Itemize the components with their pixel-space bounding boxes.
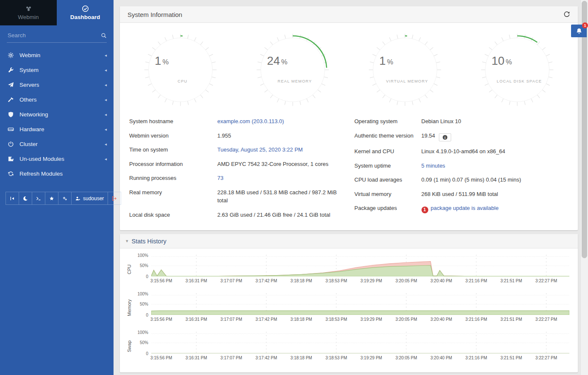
sidebar-item-label: Un-used Modules xyxy=(19,156,105,162)
info-label: Local disk space xyxy=(129,211,217,219)
tab-webmin[interactable]: Webmin xyxy=(0,0,57,25)
collapse-sidebar-button[interactable] xyxy=(6,192,19,205)
caret-left-icon: ◂ xyxy=(105,98,107,102)
info-value[interactable]: Tuesday, August 25, 2020 3:22 PM xyxy=(217,146,344,154)
svg-text:LOCAL DISK SPACE: LOCAL DISK SPACE xyxy=(497,79,542,83)
night-mode-button[interactable] xyxy=(19,192,32,205)
search-input[interactable] xyxy=(7,32,101,39)
info-label: Operating system xyxy=(355,117,422,126)
sidebar-item-servers[interactable]: Servers◂ xyxy=(0,77,114,92)
info-value-link[interactable]: 5 minutes xyxy=(422,163,445,169)
y-tick-label: 100% xyxy=(137,330,148,334)
tab-dashboard[interactable]: Dashboard xyxy=(57,0,114,25)
theme-info-button[interactable]: i xyxy=(439,133,451,141)
info-value-link[interactable]: Tuesday, August 25, 2020 3:22 PM xyxy=(217,146,303,153)
system-information-panel: System Information 1%CPU24%REAL MEMORY1%… xyxy=(120,6,578,230)
x-tick-label: 3:20:40 PM xyxy=(430,356,452,360)
info-label: Real memory xyxy=(129,188,217,205)
sidebar-item-hardware[interactable]: Hardware◂ xyxy=(0,122,114,137)
info-row-operating-system: Operating systemDebian Linux 10 xyxy=(355,114,569,129)
x-tick-label: 3:21:51 PM xyxy=(500,356,522,360)
info-row-time-on-system: Time on systemTuesday, August 25, 2020 3… xyxy=(129,143,344,157)
x-tick-label: 3:15:56 PM xyxy=(150,356,172,360)
info-row-system-hostname: System hostnameexample.com (203.0.113.0) xyxy=(129,114,344,129)
notifications-button[interactable]: 1 xyxy=(571,25,587,37)
sidebar-item-un-used-modules[interactable]: Un-used Modules◂ xyxy=(0,152,114,166)
scrollbar[interactable] xyxy=(580,0,588,375)
info-row-real-memory: Real memory228.18 MiB used / 531.8 MiB c… xyxy=(129,185,344,208)
x-tick-label: 3:19:29 PM xyxy=(361,278,382,283)
stats-charts: CPU100%50%03:15:56 PM3:16:31 PM3:17:07 P… xyxy=(120,248,578,372)
sidebar-item-webmin[interactable]: Webmin◂ xyxy=(0,48,114,63)
sidebar-item-others[interactable]: Others◂ xyxy=(0,92,114,107)
info-value: Linux 4.19.0-10-amd64 on x86_64 xyxy=(422,147,569,156)
chart-y-ticks: 100%50%0 xyxy=(133,254,151,276)
puzzle-icon xyxy=(8,156,14,162)
x-tick-label: 3:21:16 PM xyxy=(466,356,487,360)
x-tick-label: 3:15:56 PM xyxy=(150,317,172,322)
logout-icon xyxy=(112,196,117,201)
info-label: Kernel and CPU xyxy=(355,147,422,156)
info-value: 0.09 (1 min) 0.07 (5 mins) 0.04 (15 mins… xyxy=(422,176,569,184)
sidebar-item-label: Webmin xyxy=(19,52,105,58)
info-value-text: Linux 4.19.0-10-amd64 on x86_64 xyxy=(422,148,505,154)
info-label: Running processes xyxy=(129,174,217,182)
sidebar-item-system[interactable]: System◂ xyxy=(0,63,114,77)
stats-history-header[interactable]: ▾ Stats History xyxy=(120,234,578,248)
info-value-text: 2.63 GiB used / 21.46 GiB free / 24.1 Gi… xyxy=(217,212,330,218)
chart-y-axis-title: CPU xyxy=(125,254,133,284)
info-row-package-updates: Package updates1package update is availa… xyxy=(355,201,569,216)
moon-icon xyxy=(23,196,28,201)
system-info-table: System hostnameexample.com (203.0.113.0)… xyxy=(120,111,578,230)
theme-settings-button[interactable] xyxy=(58,192,72,205)
sidebar-tabs: Webmin Dashboard xyxy=(0,0,114,25)
sidebar-search xyxy=(7,32,107,43)
info-value-link[interactable]: example.com (203.0.113.0) xyxy=(217,118,284,124)
chart-y-ticks: 100%50%0 xyxy=(133,331,151,353)
info-value[interactable]: 1package update is available xyxy=(422,204,569,213)
info-icon: i xyxy=(443,135,447,140)
info-value[interactable]: 73 xyxy=(217,174,344,182)
refresh-icon[interactable] xyxy=(563,11,570,18)
webmin-app: Webmin Dashboard Webmin◂System◂Servers◂O… xyxy=(0,0,588,375)
info-value: AMD EPYC 7542 32-Core Processor, 1 cores xyxy=(217,160,344,168)
search-icon[interactable] xyxy=(101,33,107,39)
sidebar-item-label: Networking xyxy=(19,111,105,118)
favorites-button[interactable] xyxy=(45,192,58,205)
info-label: Package updates xyxy=(355,204,422,213)
chart-cpu: CPU100%50%03:15:56 PM3:16:31 PM3:17:07 P… xyxy=(125,254,569,284)
info-value-link[interactable]: 73 xyxy=(217,175,223,181)
stats-history-title: Stats History xyxy=(132,238,166,245)
info-value: 2.63 GiB used / 21.46 GiB free / 24.1 Gi… xyxy=(217,211,344,219)
info-label: CPU load averages xyxy=(355,176,422,184)
info-value: 1.955 xyxy=(217,132,344,140)
scrollbar-thumb[interactable] xyxy=(582,1,587,258)
x-tick-label: 3:15:56 PM xyxy=(150,278,172,283)
sidebar-item-networking[interactable]: Networking◂ xyxy=(0,107,114,122)
y-tick-label: 50% xyxy=(140,340,148,345)
caret-left-icon: ◂ xyxy=(105,68,107,72)
x-tick-label: 3:20:05 PM xyxy=(395,317,417,322)
logout-button[interactable] xyxy=(108,192,121,205)
terminal-icon xyxy=(36,196,41,201)
chart-x-ticks: 3:15:56 PM3:16:31 PM3:17:07 PM3:17:42 PM… xyxy=(151,317,569,323)
info-value[interactable]: example.com (203.0.113.0) xyxy=(217,117,344,126)
sidebar-item-cluster[interactable]: Cluster◂ xyxy=(0,137,114,152)
svg-text:24%: 24% xyxy=(267,54,287,67)
terminal-button[interactable] xyxy=(32,192,45,205)
info-value[interactable]: 5 minutes xyxy=(422,162,569,170)
x-tick-label: 3:17:42 PM xyxy=(255,356,277,360)
x-tick-label: 3:20:40 PM xyxy=(430,317,452,322)
gauge-cpu: 1%CPU xyxy=(124,30,236,109)
info-row-authentic-theme-version: Authentic theme version19.54i xyxy=(355,129,569,145)
hdd-icon xyxy=(8,126,14,132)
info-label: Virtual memory xyxy=(355,190,422,199)
sidebar-item-refresh-modules[interactable]: Refresh Modules xyxy=(0,166,114,181)
info-value-text: 19.54 xyxy=(422,132,435,139)
tab-webmin-label: Webmin xyxy=(18,14,39,20)
user-menu-button[interactable]: sudouser xyxy=(72,192,108,205)
info-value-link[interactable]: package update is available xyxy=(431,205,499,211)
svg-text:CPU: CPU xyxy=(178,79,187,83)
gauge-real-memory: 24%REAL MEMORY xyxy=(236,30,349,109)
sidebar-item-label: Cluster xyxy=(19,141,105,147)
